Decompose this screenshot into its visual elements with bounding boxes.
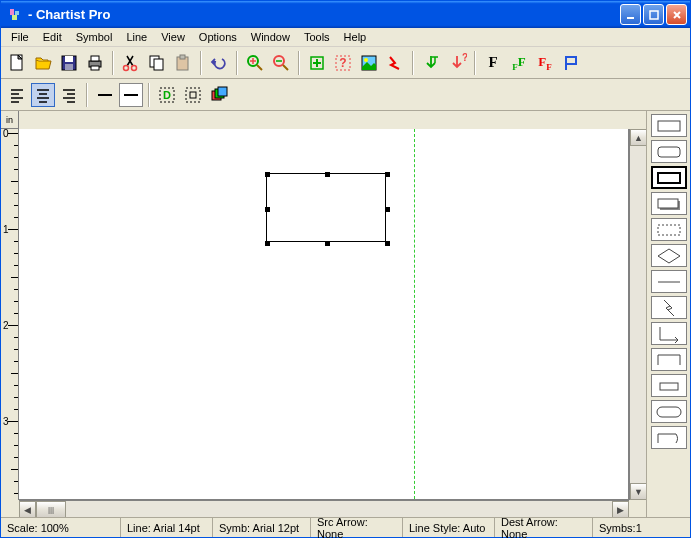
workarea: in 0123456 0123 ▲ ▼ [1,111,690,517]
cut-button[interactable] [119,51,143,75]
select-dashed-button[interactable]: D [155,83,179,107]
horizontal-scrollbar[interactable]: ◀ ||| ▶ [19,500,629,517]
ruler-unit-label: in [1,111,19,129]
canvas[interactable] [19,129,629,500]
svg-point-24 [364,58,368,62]
selected-rectangle-symbol[interactable] [266,173,386,242]
menu-window[interactable]: Window [245,29,296,45]
image-button[interactable] [357,51,381,75]
zoom-out-button[interactable] [269,51,293,75]
svg-rect-35 [658,173,680,183]
menu-options[interactable]: Options [193,29,243,45]
svg-rect-28 [186,88,200,102]
palette-dashed-rect[interactable] [651,218,687,241]
palette-rectangle[interactable] [651,114,687,137]
palette-shadow-rect[interactable] [651,192,687,215]
app-icon [8,7,24,23]
resize-handle[interactable] [385,172,390,177]
svg-rect-3 [627,17,634,19]
scroll-right-button[interactable]: ▶ [612,501,629,517]
resize-handle[interactable] [265,241,270,246]
menu-help[interactable]: Help [338,29,373,45]
vertical-scrollbar[interactable]: ▲ ▼ [629,129,646,500]
minimize-button[interactable] [620,4,641,25]
scroll-options-button[interactable]: ||| [36,501,66,517]
toolbar-separator [474,51,476,75]
window-title: - Chartist Pro [28,7,620,22]
maximize-button[interactable] [643,4,664,25]
menu-line[interactable]: Line [120,29,153,45]
status-symb-font: Symb: Arial 12pt [213,518,311,537]
menu-edit[interactable]: Edit [37,29,68,45]
resize-handle[interactable] [265,172,270,177]
palette-rectangle-bold[interactable] [651,166,687,189]
vertical-ruler[interactable]: 0123 [1,129,19,500]
svg-point-13 [132,65,137,70]
scrollbar-corner [629,500,646,517]
snap-help-button[interactable]: ? [445,51,469,75]
status-dest-arrow: Dest Arrow: None [495,518,593,537]
scroll-left-button[interactable]: ◀ [19,501,36,517]
border-style-button[interactable] [119,83,143,107]
zoom-in-button[interactable] [243,51,267,75]
resize-handle[interactable] [265,207,270,212]
add-symbol-button[interactable] [305,51,329,75]
status-line-font: Line: Arial 14pt [121,518,213,537]
font-normal-button[interactable]: F [481,51,505,75]
align-left-button[interactable] [5,83,29,107]
svg-rect-11 [91,66,99,70]
menu-symbol[interactable]: Symbol [70,29,119,45]
palette-small-rect[interactable] [651,374,687,397]
select-box-button[interactable] [181,83,205,107]
layers-button[interactable] [207,83,231,107]
save-button[interactable] [57,51,81,75]
palette-connector[interactable] [651,322,687,345]
new-button[interactable] [5,51,29,75]
svg-rect-2 [12,15,17,20]
vertical-guide[interactable] [414,129,415,499]
palette-lightning[interactable] [651,296,687,319]
toolbar-separator [112,51,114,75]
resize-handle[interactable] [325,241,330,246]
menu-file[interactable]: File [5,29,35,45]
font-green-button[interactable]: FF [507,51,531,75]
menu-view[interactable]: View [155,29,191,45]
copy-button[interactable] [145,51,169,75]
palette-rounded-rect[interactable] [651,140,687,163]
menu-tools[interactable]: Tools [298,29,336,45]
resize-handle[interactable] [385,241,390,246]
palette-open-rect[interactable] [651,348,687,371]
font-red-button[interactable]: FF [533,51,557,75]
undo-button[interactable] [207,51,231,75]
toolbar-separator [86,83,88,107]
flag-button[interactable] [559,51,583,75]
resize-handle[interactable] [385,207,390,212]
toolbar-main: ? ? F FF FF [1,47,690,79]
print-button[interactable] [83,51,107,75]
resize-handle[interactable] [325,172,330,177]
svg-rect-17 [180,55,185,59]
svg-rect-1 [15,11,19,15]
app-window: - Chartist Pro File Edit Symbol Line Vie… [0,0,691,538]
titlebar[interactable]: - Chartist Pro [1,1,690,28]
align-center-button[interactable] [31,83,55,107]
palette-diamond[interactable] [651,244,687,267]
palette-half-round[interactable] [651,426,687,449]
paste-button[interactable] [171,51,195,75]
close-button[interactable] [666,4,687,25]
scroll-track[interactable] [630,146,646,483]
palette-terminator[interactable] [651,400,687,423]
scroll-up-button[interactable]: ▲ [630,129,647,146]
line-style-button[interactable] [93,83,117,107]
open-button[interactable] [31,51,55,75]
palette-hline[interactable] [651,270,687,293]
scroll-down-button[interactable]: ▼ [630,483,647,500]
whatsthis-button[interactable]: ? [331,51,355,75]
svg-rect-37 [658,199,678,208]
align-right-button[interactable] [57,83,81,107]
line-button[interactable] [383,51,407,75]
menubar: File Edit Symbol Line View Options Windo… [1,28,690,47]
snap-add-button[interactable] [419,51,443,75]
svg-rect-4 [650,11,658,19]
svg-rect-38 [658,225,680,235]
